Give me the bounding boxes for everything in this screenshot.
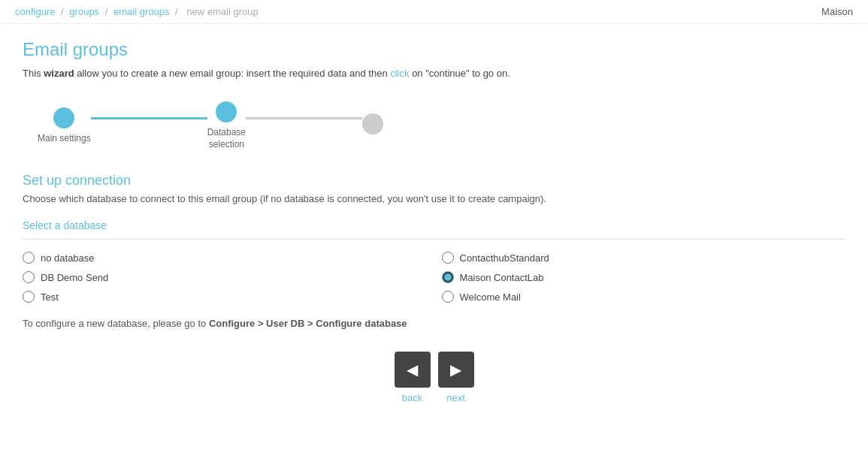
wizard-desc-mid: allow you to create a new email group: i… [74, 68, 391, 79]
wizard-desc-start: This [23, 68, 44, 79]
nav-buttons: ◀ ▶ back next [23, 352, 845, 403]
step-line-2 [246, 117, 362, 119]
page-title: Email groups [23, 39, 845, 60]
radio-no-database-label[interactable]: no database [41, 252, 95, 264]
radio-maison-contactlab: Maison ContactLab [442, 271, 846, 283]
radio-test-label[interactable]: Test [41, 291, 59, 303]
breadcrumb-groups[interactable]: groups [69, 6, 99, 17]
divider [23, 239, 845, 240]
radio-no-database: no database [23, 252, 427, 264]
configure-note: To configure a new database, please go t… [23, 318, 845, 329]
next-label: next [438, 392, 474, 403]
radio-contacthub-standard-label[interactable]: ContacthubStandard [460, 252, 549, 264]
wizard-steps: Main settings Databaseselection [23, 101, 398, 150]
breadcrumb-sep3: / [175, 6, 178, 17]
breadcrumb-sep1: / [61, 6, 64, 17]
step-3 [362, 113, 383, 139]
configure-note-prefix: To configure a new database, please go t… [23, 318, 209, 329]
radio-test: Test [23, 291, 427, 303]
step-3-circle [362, 113, 383, 134]
radio-db-demo-send-label[interactable]: DB Demo Send [41, 272, 108, 283]
section-title: Set up connection [23, 173, 845, 189]
step-2-circle [216, 101, 237, 122]
back-icon: ◀ [407, 361, 418, 379]
step-2-label: Databaseselection [207, 127, 246, 150]
wizard-desc-end: on "continue" to go on. [410, 68, 510, 79]
wizard-desc-bold: wizard [44, 68, 74, 79]
breadcrumb-email-groups[interactable]: email groups [113, 6, 169, 17]
next-icon: ▶ [450, 361, 461, 379]
topbar: configure / groups / email groups / new … [0, 0, 868, 24]
radio-contacthub-standard-input[interactable] [442, 252, 454, 264]
next-button[interactable]: ▶ [438, 352, 474, 388]
back-button[interactable]: ◀ [395, 352, 431, 388]
radio-welcome-mail-input[interactable] [442, 291, 454, 303]
back-label: back [395, 392, 431, 403]
main-content: Email groups This wizard allow you to cr… [0, 24, 868, 418]
select-db-label: Select a database [23, 219, 845, 231]
wizard-desc-link[interactable]: click [390, 68, 409, 79]
step-1-label: Main settings [38, 133, 91, 145]
breadcrumb-configure[interactable]: configure [15, 6, 55, 17]
wizard-description: This wizard allow you to create a new em… [23, 68, 845, 79]
nav-labels: back next [395, 392, 474, 403]
step-line-1 [91, 117, 207, 119]
radio-welcome-mail-label[interactable]: Welcome Mail [460, 291, 521, 303]
step-1-circle [53, 107, 74, 128]
radio-grid: no database DB Demo Send Test Contacthub… [23, 252, 845, 303]
radio-col-left: no database DB Demo Send Test [23, 252, 427, 303]
radio-no-database-input[interactable] [23, 252, 35, 264]
breadcrumb-sep2: / [105, 6, 108, 17]
breadcrumb-current: new email group [186, 6, 258, 17]
breadcrumb: configure / groups / email groups / new … [15, 6, 262, 17]
user-name: Maison [821, 6, 853, 17]
radio-welcome-mail: Welcome Mail [442, 291, 846, 303]
radio-maison-contactlab-input[interactable] [442, 271, 454, 283]
step-2: Databaseselection [207, 101, 246, 150]
radio-test-input[interactable] [23, 291, 35, 303]
radio-db-demo-send: DB Demo Send [23, 271, 427, 283]
radio-col-right: ContacthubStandard Maison ContactLab Wel… [442, 252, 846, 303]
radio-contacthub-standard: ContacthubStandard [442, 252, 846, 264]
radio-maison-contactlab-label[interactable]: Maison ContactLab [460, 272, 544, 283]
nav-btn-row: ◀ ▶ [395, 352, 474, 388]
configure-note-link: Configure > User DB > Configure database [209, 318, 407, 329]
radio-db-demo-send-input[interactable] [23, 271, 35, 283]
step-1: Main settings [38, 107, 91, 145]
section-desc: Choose which database to connect to this… [23, 193, 845, 204]
